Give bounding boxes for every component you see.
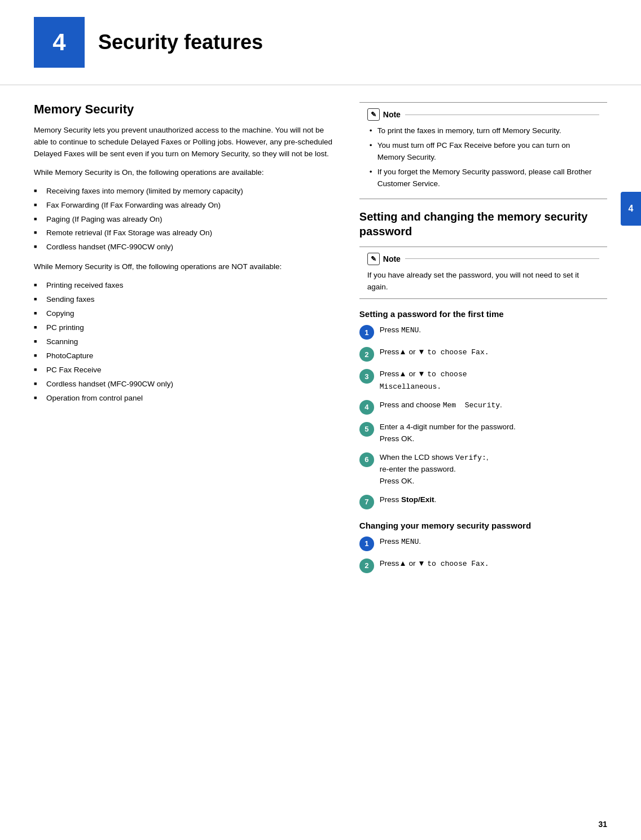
steps-first-time: 1 Press MENU. 2 Press▲ or ▼ to choose Fa…: [359, 324, 607, 509]
first-time-title: Setting a password for the first time: [359, 309, 607, 319]
list-item: Operation from control panel: [34, 393, 337, 404]
note-box-memory: Note To print the faxes in memory, turn …: [359, 102, 607, 199]
setting-note-text: If you have already set the password, yo…: [367, 270, 599, 293]
step-7: 7 Press Stop/Exit.: [359, 494, 607, 509]
list-item: Scanning: [34, 336, 337, 348]
changing-title: Changing your memory security password: [359, 521, 607, 530]
note-label-setting: Note: [383, 254, 401, 263]
step-number-3: 3: [359, 369, 374, 384]
step-5: 5 Enter a 4-digit number for the passwor…: [359, 421, 607, 445]
list-item: Printing received faxes: [34, 280, 337, 292]
list-item: Remote retrieval (If Fax Storage was alr…: [34, 227, 337, 239]
note-label: Note: [383, 110, 401, 119]
change-step-text-2: Press▲ or ▼ to choose Fax.: [380, 558, 607, 570]
setting-section-title: Setting and changing the memory security…: [359, 209, 607, 239]
step-text-1: Press MENU.: [380, 324, 607, 336]
step-text-6: When the LCD shows Verify:,re-enter the …: [380, 452, 607, 487]
side-tab: 4: [621, 192, 641, 226]
not-available-intro: While Memory Security is Off, the follow…: [34, 261, 337, 273]
step-number-5: 5: [359, 422, 374, 437]
note-header: Note: [367, 108, 599, 121]
chapter-title: Security features: [98, 30, 263, 54]
step-text-4: Press and choose Mem Security.: [380, 399, 607, 411]
step-1: 1 Press MENU.: [359, 324, 607, 340]
step-text-7: Press Stop/Exit.: [380, 494, 607, 506]
content-area: Memory Security Memory Security lets you…: [0, 102, 641, 580]
note-box-setting: Note If you have already set the passwor…: [359, 247, 607, 300]
step-number-4: 4: [359, 400, 374, 415]
list-item: Sending faxes: [34, 294, 337, 306]
step-number-7: 7: [359, 495, 374, 509]
step-number-1: 1: [359, 325, 374, 340]
note-item: To print the faxes in memory, turn off M…: [367, 125, 599, 137]
right-column: Note To print the faxes in memory, turn …: [359, 102, 607, 580]
note-item: You must turn off PC Fax Receive before …: [367, 140, 599, 164]
section-title-memory-security: Memory Security: [34, 102, 337, 117]
note-icon-setting: [367, 253, 380, 265]
list-item: Cordless handset (MFC-990CW only): [34, 379, 337, 390]
change-step-1: 1 Press MENU.: [359, 536, 607, 551]
list-item: Fax Forwarding (If Fax Forwarding was al…: [34, 200, 337, 212]
intro-para-1: Memory Security lets you prevent unautho…: [34, 125, 337, 160]
note-list: To print the faxes in memory, turn off M…: [367, 125, 599, 190]
list-item: Cordless handset (MFC-990CW only): [34, 241, 337, 253]
chapter-number: 4: [34, 17, 85, 68]
change-step-number-1: 1: [359, 536, 374, 551]
change-step-text-1: Press MENU.: [380, 536, 607, 548]
list-item: PC printing: [34, 322, 337, 334]
available-ops-list: Receiving faxes into memory (limited by …: [34, 186, 337, 254]
note-item: If you forget the Memory Security passwo…: [367, 166, 599, 190]
page-number: 31: [598, 820, 607, 829]
list-item: PC Fax Receive: [34, 364, 337, 376]
step-number-6: 6: [359, 452, 374, 467]
step-text-3: Press▲ or ▼ to chooseMiscellaneous.: [380, 368, 607, 392]
step-6: 6 When the LCD shows Verify:,re-enter th…: [359, 452, 607, 487]
step-3: 3 Press▲ or ▼ to chooseMiscellaneous.: [359, 368, 607, 392]
list-item: Copying: [34, 308, 337, 320]
intro-para-2: While Memory Security is On, the followi…: [34, 167, 337, 179]
steps-changing: 1 Press MENU. 2 Press▲ or ▼ to choose Fa…: [359, 536, 607, 573]
change-step-2: 2 Press▲ or ▼ to choose Fax.: [359, 558, 607, 573]
change-step-number-2: 2: [359, 558, 374, 573]
list-item: PhotoCapture: [34, 350, 337, 362]
step-2: 2 Press▲ or ▼ to choose Fax.: [359, 346, 607, 362]
note-header-setting: Note: [367, 253, 599, 265]
step-text-2: Press▲ or ▼ to choose Fax.: [380, 346, 607, 358]
left-column: Memory Security Memory Security lets you…: [34, 102, 337, 580]
step-text-5: Enter a 4-digit number for the password.…: [380, 421, 607, 445]
note-icon: [367, 108, 380, 121]
step-number-2: 2: [359, 347, 374, 362]
step-4: 4 Press and choose Mem Security.: [359, 399, 607, 415]
list-item: Receiving faxes into memory (limited by …: [34, 186, 337, 197]
not-available-ops-list: Printing received faxes Sending faxes Co…: [34, 280, 337, 404]
chapter-header: 4 Security features: [0, 0, 641, 85]
list-item: Paging (If Paging was already On): [34, 214, 337, 226]
